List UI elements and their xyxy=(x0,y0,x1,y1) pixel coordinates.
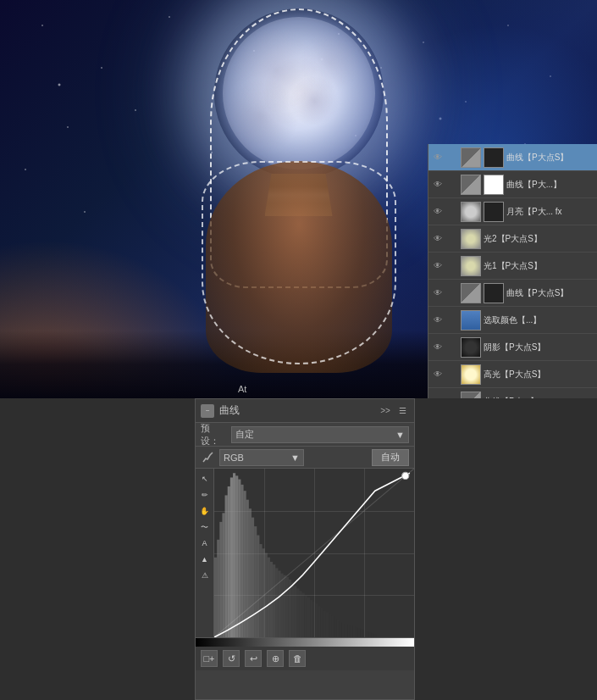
eye-icon[interactable]: 👁 xyxy=(432,314,444,326)
layer-thumbnail xyxy=(461,229,481,249)
curve-adjust-tool[interactable]: 〜 xyxy=(198,520,212,534)
properties-panel: ~ 曲线 >> ☰ 预设： 自定 ▼ RGB xyxy=(195,398,415,700)
layer-mask xyxy=(484,147,504,168)
eye-icon[interactable]: 👁 xyxy=(432,260,444,272)
properties-title-area: ~ 曲线 xyxy=(201,403,240,418)
layer-thumbnail xyxy=(461,337,481,358)
link-icon xyxy=(446,369,458,381)
layer-thumbnail xyxy=(461,364,481,385)
eye-icon[interactable]: 👁 xyxy=(432,233,444,245)
channel-icon xyxy=(201,450,216,465)
preset-dropdown[interactable]: 自定 ▼ xyxy=(231,426,409,443)
auto-button[interactable]: 自动 xyxy=(372,449,409,466)
layer-mask xyxy=(484,283,504,303)
preset-row: 预设： 自定 ▼ xyxy=(196,423,414,447)
text-tool[interactable]: A xyxy=(198,536,212,550)
channel-arrow: ▼ xyxy=(290,453,300,463)
warning-icon: ⚠ xyxy=(198,569,212,582)
layer-label: 光1【P大点S】 xyxy=(484,260,594,272)
layers-panel: 👁 曲线【P大点S】 👁 曲线【P大...】 👁 月亮【P大... fx 👁 xyxy=(428,144,597,398)
pointer-tool[interactable]: ↖ xyxy=(198,472,212,486)
layer-item[interactable]: 👁 光2【P大点S】 xyxy=(428,225,597,253)
bottom-section: 属性 ~ 曲线 >> ☰ 预设： 自定 ▼ xyxy=(0,398,597,700)
link-icon xyxy=(446,206,458,218)
layer-item[interactable]: 👁 选取颜色【...】 xyxy=(428,307,597,334)
layer-item[interactable]: 👁 高光【P大点S】 xyxy=(428,361,597,388)
layer-label: 曲线【P大点S】 xyxy=(506,152,594,164)
pencil-tool[interactable]: ✏ xyxy=(198,488,212,502)
undo-button[interactable]: ↩ xyxy=(245,650,262,667)
layer-label: 阴影【P大点S】 xyxy=(484,342,594,353)
eye-icon[interactable]: 👁 xyxy=(432,152,444,164)
properties-header: ~ 曲线 >> ☰ xyxy=(196,399,414,423)
curves-bottom-toolbar: □+ ↺ ↩ ⊕ 🗑 xyxy=(196,647,414,670)
layer-label: 高光【P大点S】 xyxy=(484,369,594,381)
channel-row: RGB ▼ 自动 xyxy=(196,447,414,469)
clip-button[interactable]: ⊕ xyxy=(267,650,284,667)
svg-point-62 xyxy=(402,472,409,479)
layer-thumbnail xyxy=(461,256,481,276)
loop-button[interactable]: ↺ xyxy=(223,650,240,667)
layer-label: 曲线【P大...】 xyxy=(506,179,594,191)
dropdown-arrow: ▼ xyxy=(395,430,405,440)
layer-label: 月亮【P大... fx xyxy=(506,206,594,218)
eye-icon[interactable]: 👁 xyxy=(432,287,444,299)
layer-thumbnail xyxy=(461,147,481,168)
svg-line-61 xyxy=(214,469,414,637)
layer-item[interactable]: 👁 曲线【P大点S】 xyxy=(428,144,597,171)
layer-label: 曲线【P大点S】 xyxy=(506,287,594,299)
layer-mask xyxy=(484,175,504,195)
channel-dropdown[interactable]: RGB ▼ xyxy=(219,449,304,466)
collapse-icon[interactable]: >> xyxy=(379,404,392,418)
layer-thumbnail xyxy=(461,310,481,331)
gradient-bar xyxy=(196,638,414,647)
layer-thumbnail xyxy=(461,392,481,399)
layer-item[interactable]: 👁 曲线【P大点S】 xyxy=(428,280,597,307)
link-icon xyxy=(446,287,458,299)
delete-button[interactable]: 🗑 xyxy=(289,650,306,667)
eye-icon[interactable]: 👁 xyxy=(432,369,444,381)
layer-item[interactable]: 👁 月亮【P大... fx xyxy=(428,198,597,225)
layer-label: 光2【P大点S】 xyxy=(484,233,594,245)
curve-line xyxy=(214,469,414,637)
layer-mask xyxy=(484,202,504,222)
hand-selection-border xyxy=(202,161,396,364)
lightbulb-container xyxy=(155,8,443,373)
curves-graph[interactable] xyxy=(214,469,414,637)
curves-icon: ~ xyxy=(201,404,214,418)
link-icon xyxy=(446,314,458,326)
menu-icon[interactable]: ☰ xyxy=(395,404,409,418)
curves-tools-sidebar: ↖ ✏ ✋ 〜 A ▲ ⚠ xyxy=(196,469,214,637)
add-point-button[interactable]: □+ xyxy=(201,650,218,667)
layer-thumbnail xyxy=(461,283,481,303)
hand-tool[interactable]: ✋ xyxy=(198,504,212,518)
channel-value: RGB xyxy=(224,453,244,463)
preset-value: 自定 xyxy=(235,428,254,441)
link-icon xyxy=(446,152,458,164)
link-icon xyxy=(446,179,458,191)
link-icon xyxy=(446,342,458,353)
eye-icon[interactable]: 👁 xyxy=(432,342,444,353)
layer-label: 选取颜色【...】 xyxy=(484,314,594,326)
triangle-tool[interactable]: ▲ xyxy=(198,553,212,566)
header-icons: >> ☰ xyxy=(379,404,409,418)
layer-item[interactable]: 👁 曲线【P大...】 xyxy=(428,388,597,398)
preset-label: 预设： xyxy=(201,422,226,447)
eye-icon[interactable]: 👁 xyxy=(432,179,444,191)
layer-thumbnail xyxy=(461,175,481,195)
curves-area: ↖ ✏ ✋ 〜 A ▲ ⚠ xyxy=(196,469,414,638)
layer-item[interactable]: 👁 阴影【P大点S】 xyxy=(428,334,597,361)
link-icon xyxy=(446,260,458,272)
at-position-label: At xyxy=(238,384,246,394)
canvas-area: 👁 曲线【P大点S】 👁 曲线【P大...】 👁 月亮【P大... fx 👁 xyxy=(0,0,597,398)
properties-title: 曲线 xyxy=(219,403,240,418)
layer-thumbnail xyxy=(461,202,481,222)
layer-item[interactable]: 👁 光1【P大点S】 xyxy=(428,253,597,280)
eye-icon[interactable]: 👁 xyxy=(432,206,444,218)
layer-item[interactable]: 👁 曲线【P大...】 xyxy=(428,171,597,198)
link-icon xyxy=(446,233,458,245)
